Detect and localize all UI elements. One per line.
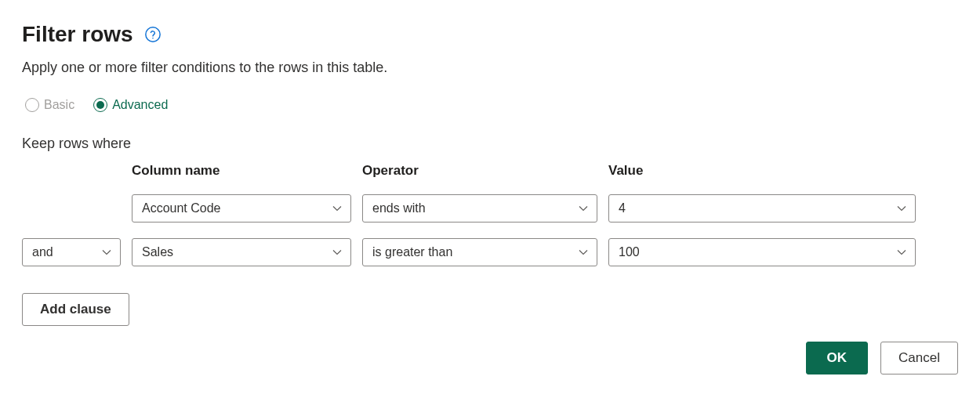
clause-column-value: Sales — [142, 245, 173, 259]
keep-rows-label: Keep rows where — [22, 136, 958, 152]
radio-circle-icon — [25, 98, 39, 112]
clause-conjunction-select[interactable]: and — [22, 238, 121, 266]
page-subtitle: Apply one or more filter conditions to t… — [22, 60, 958, 76]
svg-point-0 — [145, 27, 159, 42]
radio-advanced-label: Advanced — [112, 98, 168, 112]
chevron-down-icon — [578, 247, 589, 258]
cancel-button[interactable]: Cancel — [880, 342, 958, 374]
chevron-down-icon — [332, 203, 343, 214]
clause-column-select[interactable]: Sales — [132, 238, 351, 266]
radio-advanced[interactable]: Advanced — [93, 98, 168, 112]
clause-conjunction-value: and — [32, 245, 53, 259]
clause-operator-select[interactable]: ends with — [362, 194, 597, 223]
radio-basic-label: Basic — [44, 98, 74, 112]
clause-operator-value: ends with — [372, 201, 426, 215]
chevron-down-icon — [896, 203, 907, 214]
column-header-operator: Operator — [362, 163, 597, 179]
page-title: Filter rows — [22, 22, 133, 47]
dialog-footer: OK Cancel — [806, 342, 958, 374]
column-header-column-name: Column name — [132, 163, 351, 179]
clause-column-select[interactable]: Account Code — [132, 194, 351, 223]
clause-value-text: 100 — [619, 245, 640, 259]
add-clause-button[interactable]: Add clause — [22, 293, 129, 326]
clause-operator-value: is greater than — [372, 245, 452, 259]
clause-value-select[interactable]: 100 — [608, 238, 916, 266]
svg-point-1 — [152, 38, 154, 39]
clause-column-value: Account Code — [142, 201, 221, 215]
clause-value-select[interactable]: 4 — [608, 194, 916, 223]
column-header-value: Value — [608, 163, 916, 179]
radio-basic: Basic — [25, 98, 74, 112]
filter-grid: Column name Operator Value Account Code … — [22, 163, 958, 266]
chevron-down-icon — [101, 247, 112, 258]
chevron-down-icon — [578, 203, 589, 214]
chevron-down-icon — [896, 247, 907, 258]
mode-radio-group: Basic Advanced — [22, 98, 958, 112]
radio-circle-icon — [93, 98, 107, 112]
clause-value-text: 4 — [619, 201, 626, 215]
help-icon[interactable] — [144, 26, 162, 43]
clause-operator-select[interactable]: is greater than — [362, 238, 597, 266]
chevron-down-icon — [332, 247, 343, 258]
ok-button[interactable]: OK — [806, 342, 869, 374]
